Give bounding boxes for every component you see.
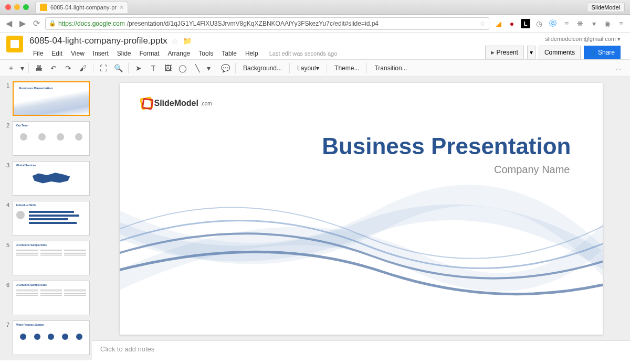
separator — [289, 63, 290, 73]
new-slide-dropdown-icon[interactable]: ▾ — [19, 61, 25, 75]
speaker-notes-input[interactable]: Click to add notes — [92, 340, 630, 360]
thumb-number: 5 — [2, 241, 9, 275]
thumb-row[interactable]: 1 Business Presentation — [2, 81, 90, 116]
slide-subtitle[interactable]: Company Name — [494, 164, 570, 176]
comment-tool-icon[interactable]: 💬 — [218, 61, 232, 75]
thumb-row[interactable]: 5 3 Columns Sample Slide — [2, 241, 90, 275]
zoom-fit-icon[interactable]: ⛶ — [97, 61, 110, 75]
minimize-window-icon[interactable] — [14, 4, 20, 10]
thumb-title: 3 Columns Sample Slide — [16, 243, 47, 247]
close-window-icon[interactable] — [5, 4, 11, 10]
background-button[interactable]: Background... — [239, 61, 286, 75]
menu-view[interactable]: View — [67, 48, 88, 59]
thumb-number: 2 — [2, 121, 9, 156]
toolbar: ＋ ▾ 🖶 ↶ ↷ 🖌 ⛶ 🔍 ➤ T 🖼 ◯ ╲ ▾ 💬 Background… — [0, 59, 630, 77]
separator — [93, 63, 93, 73]
speed-ext-icon[interactable]: ◷ — [534, 19, 544, 28]
browser-tab[interactable]: 6085-04-light-company-pr × — [35, 2, 128, 13]
slide-thumbnail-panel[interactable]: 1 Business Presentation 2 Our Team 3 Glo… — [0, 77, 92, 360]
reload-button-icon[interactable]: ⟳ — [32, 19, 41, 28]
ghost-ext-icon[interactable]: ◉ — [603, 19, 612, 28]
shape-tool-icon[interactable]: ◯ — [176, 61, 190, 75]
address-bar[interactable]: 🔒 https://docs.google.com/presentation/d… — [45, 17, 489, 30]
present-button[interactable]: Present — [485, 46, 524, 59]
menu-bar: File Edit View Insert Slide Format Arran… — [29, 48, 485, 59]
layout-button[interactable]: Layout ▾ — [293, 61, 323, 75]
thumb-row[interactable]: 2 Our Team — [2, 121, 90, 156]
canvas-scroll[interactable]: SlideModel.com Business Presentation Com… — [92, 77, 630, 340]
comments-button[interactable]: Comments — [539, 46, 581, 59]
thumb-row[interactable]: 6 3 Columns Sample Slide — [2, 281, 90, 315]
user-email-menu[interactable]: slidemodelcom@gmail.com — [545, 36, 621, 42]
redo-icon[interactable]: ↷ — [61, 61, 75, 75]
canvas-area: SlideModel.com Business Presentation Com… — [92, 77, 630, 360]
separator — [215, 63, 215, 73]
thumb-title: Individual Skills — [16, 204, 36, 207]
print-icon[interactable]: 🖶 — [32, 61, 46, 75]
menu-edit[interactable]: Edit — [48, 48, 66, 59]
pinterest-ext-icon[interactable]: ● — [507, 19, 517, 28]
url-host: https://docs.google.com — [58, 20, 125, 27]
document-title[interactable]: 6085-04-light-company-profile.pptx — [29, 36, 167, 46]
menu-format[interactable]: Format — [136, 48, 163, 59]
l-ext-icon[interactable]: L — [521, 19, 530, 28]
thumb-slide-7[interactable]: Work Process Sample — [13, 320, 90, 355]
thumb-slide-4[interactable]: Individual Skills — [13, 201, 90, 235]
move-to-folder-icon[interactable]: 📁 — [183, 37, 192, 45]
present-dropdown-icon[interactable]: ▾ — [527, 46, 536, 59]
slide-canvas[interactable]: SlideModel.com Business Presentation Com… — [120, 83, 603, 335]
evernote-ext-icon[interactable]: ❋ — [575, 19, 585, 28]
transition-button[interactable]: Transition... — [370, 61, 411, 75]
star-document-icon[interactable]: ☆ — [172, 37, 178, 45]
maximize-window-icon[interactable] — [23, 4, 29, 10]
pocket-ext-icon[interactable]: ▾ — [589, 19, 598, 28]
paint-format-icon[interactable]: 🖌 — [76, 61, 90, 75]
menu-insert[interactable]: Insert — [89, 48, 112, 59]
line-tool-icon[interactable]: ╲ — [191, 61, 204, 75]
forward-button-icon[interactable]: ▶ — [18, 19, 27, 28]
thumb-slide-1[interactable]: Business Presentation — [13, 81, 90, 116]
undo-icon[interactable]: ↶ — [47, 61, 60, 75]
analytics-ext-icon[interactable]: ◢ — [494, 19, 503, 28]
thumb-number: 4 — [2, 201, 9, 235]
line-dropdown-icon[interactable]: ▾ — [205, 61, 212, 75]
slides-favicon-icon — [40, 4, 47, 11]
thumb-slide-3[interactable]: Global Services — [13, 161, 90, 196]
thumb-slide-6[interactable]: 3 Columns Sample Slide — [13, 281, 90, 315]
slidemodel-logo-text: SlideModel — [154, 99, 198, 108]
buffer-ext-icon[interactable]: ≡ — [562, 19, 571, 28]
collapse-toolbar-icon[interactable]: ︿ — [611, 64, 626, 73]
zoom-icon[interactable]: 🔍 — [111, 61, 125, 75]
google-slides-logo-icon[interactable] — [6, 36, 23, 52]
new-slide-icon[interactable]: ＋ — [4, 61, 18, 75]
menu-arrange[interactable]: Arrange — [164, 48, 194, 59]
thumb-row[interactable]: 7 Work Process Sample — [2, 320, 90, 355]
a-ext-icon[interactable]: ⓐ — [548, 19, 558, 28]
menu-file[interactable]: File — [29, 48, 47, 59]
tab-close-icon[interactable]: × — [120, 4, 123, 11]
menu-table[interactable]: Table — [218, 48, 240, 59]
window-controls — [5, 4, 29, 10]
theme-button[interactable]: Theme... — [330, 61, 363, 75]
last-edit-status: Last edit was seconds ago — [269, 50, 338, 57]
separator — [128, 63, 129, 73]
thumb-slide-5[interactable]: 3 Columns Sample Slide — [13, 241, 90, 275]
menu-icon[interactable]: ≡ — [616, 19, 626, 28]
menu-tools[interactable]: Tools — [195, 48, 217, 59]
select-tool-icon[interactable]: ➤ — [132, 61, 145, 75]
thumb-row[interactable]: 3 Global Services — [2, 161, 90, 196]
thumb-row[interactable]: 4 Individual Skills — [2, 201, 90, 235]
thumb-title: 3 Columns Sample Slide — [16, 283, 47, 286]
lock-icon: 🔒 — [49, 20, 56, 27]
thumb-slide-2[interactable]: Our Team — [13, 121, 90, 156]
bookmark-star-icon[interactable]: ☆ — [480, 20, 486, 27]
share-button[interactable]: Share — [584, 46, 621, 59]
separator — [327, 63, 327, 73]
menu-help[interactable]: Help — [242, 48, 262, 59]
back-button-icon[interactable]: ◀ — [4, 19, 14, 28]
image-tool-icon[interactable]: 🖼 — [161, 61, 175, 75]
menu-slide[interactable]: Slide — [113, 48, 135, 59]
textbox-tool-icon[interactable]: T — [146, 61, 160, 75]
slide-title[interactable]: Business Presentation — [322, 133, 571, 159]
slidemodel-extension-button[interactable]: SlideModel — [587, 3, 625, 12]
